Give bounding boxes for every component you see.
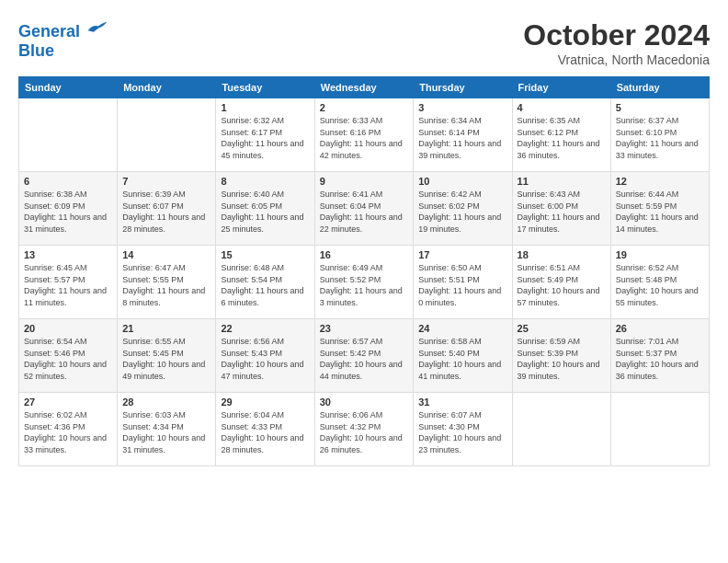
day-info: Sunrise: 6:47 AMSunset: 5:55 PMDaylight:…: [122, 262, 210, 308]
day-info: Sunrise: 6:32 AMSunset: 6:17 PMDaylight:…: [221, 115, 309, 161]
day-info: Sunrise: 6:52 AMSunset: 5:48 PMDaylight:…: [616, 262, 704, 308]
weekday-header-monday: Monday: [118, 77, 216, 98]
weekday-header-thursday: Thursday: [414, 77, 512, 98]
day-info: Sunrise: 6:06 AMSunset: 4:32 PMDaylight:…: [320, 409, 409, 455]
day-number: 2: [320, 102, 409, 113]
day-info: Sunrise: 6:41 AMSunset: 6:04 PMDaylight:…: [320, 189, 409, 235]
day-number: 14: [122, 249, 210, 260]
day-info: Sunrise: 6:54 AMSunset: 5:46 PMDaylight:…: [24, 336, 112, 382]
day-info: Sunrise: 6:48 AMSunset: 5:54 PMDaylight:…: [221, 262, 309, 308]
day-number: 10: [418, 176, 506, 187]
calendar-cell: 30Sunrise: 6:06 AMSunset: 4:32 PMDayligh…: [314, 393, 414, 466]
day-info: Sunrise: 6:58 AMSunset: 5:40 PMDaylight:…: [418, 336, 506, 382]
day-number: 18: [518, 249, 606, 260]
day-number: 25: [518, 323, 606, 334]
month-title: October 2024: [523, 18, 710, 52]
calendar-cell: 15Sunrise: 6:48 AMSunset: 5:54 PMDayligh…: [216, 246, 314, 319]
calendar-cell: 13Sunrise: 6:45 AMSunset: 5:57 PMDayligh…: [19, 246, 118, 319]
day-number: 22: [221, 323, 309, 334]
day-number: 20: [24, 323, 112, 334]
calendar-cell: 9Sunrise: 6:41 AMSunset: 6:04 PMDaylight…: [314, 172, 414, 246]
day-number: 30: [320, 396, 409, 408]
day-info: Sunrise: 7:01 AMSunset: 5:37 PMDaylight:…: [616, 336, 704, 382]
day-info: Sunrise: 6:42 AMSunset: 6:02 PMDaylight:…: [418, 189, 506, 235]
calendar-cell: 28Sunrise: 6:03 AMSunset: 4:34 PMDayligh…: [118, 393, 216, 466]
day-info: Sunrise: 6:45 AMSunset: 5:57 PMDaylight:…: [24, 262, 112, 308]
day-number: 28: [122, 396, 210, 408]
day-info: Sunrise: 6:43 AMSunset: 6:00 PMDaylight:…: [518, 189, 606, 235]
calendar-cell: 2Sunrise: 6:33 AMSunset: 6:16 PMDaylight…: [314, 98, 414, 172]
day-info: Sunrise: 6:37 AMSunset: 6:10 PMDaylight:…: [616, 115, 704, 161]
day-info: Sunrise: 6:57 AMSunset: 5:42 PMDaylight:…: [320, 336, 409, 382]
day-number: 12: [616, 176, 704, 187]
day-info: Sunrise: 6:39 AMSunset: 6:07 PMDaylight:…: [122, 189, 210, 235]
calendar-cell: 21Sunrise: 6:55 AMSunset: 5:45 PMDayligh…: [118, 319, 216, 393]
calendar-cell: 5Sunrise: 6:37 AMSunset: 6:10 PMDaylight…: [610, 98, 709, 172]
calendar-cell: 6Sunrise: 6:38 AMSunset: 6:09 PMDaylight…: [19, 172, 118, 246]
day-number: 31: [418, 396, 506, 408]
weekday-header-tuesday: Tuesday: [216, 77, 314, 98]
weekday-header-wednesday: Wednesday: [314, 77, 414, 98]
calendar-cell: [118, 98, 216, 172]
day-info: Sunrise: 6:59 AMSunset: 5:39 PMDaylight:…: [518, 336, 606, 382]
calendar-cell: 11Sunrise: 6:43 AMSunset: 6:00 PMDayligh…: [512, 172, 610, 246]
calendar-cell: 25Sunrise: 6:59 AMSunset: 5:39 PMDayligh…: [512, 319, 610, 393]
day-number: 9: [320, 176, 409, 187]
calendar-cell: 24Sunrise: 6:58 AMSunset: 5:40 PMDayligh…: [414, 319, 512, 393]
logo: General Blue: [18, 18, 108, 61]
day-number: 29: [221, 396, 309, 408]
day-number: 23: [320, 323, 409, 334]
calendar-cell: 16Sunrise: 6:49 AMSunset: 5:52 PMDayligh…: [314, 246, 414, 319]
day-number: 1: [221, 102, 309, 113]
day-info: Sunrise: 6:04 AMSunset: 4:33 PMDaylight:…: [221, 409, 309, 455]
calendar-cell: 1Sunrise: 6:32 AMSunset: 6:17 PMDaylight…: [216, 98, 314, 172]
calendar-cell: 7Sunrise: 6:39 AMSunset: 6:07 PMDaylight…: [118, 172, 216, 246]
calendar-cell: 31Sunrise: 6:07 AMSunset: 4:30 PMDayligh…: [414, 393, 512, 466]
calendar-cell: 22Sunrise: 6:56 AMSunset: 5:43 PMDayligh…: [216, 319, 314, 393]
calendar-cell: 3Sunrise: 6:34 AMSunset: 6:14 PMDaylight…: [414, 98, 512, 172]
calendar-cell: 29Sunrise: 6:04 AMSunset: 4:33 PMDayligh…: [216, 393, 314, 466]
day-number: 6: [24, 176, 112, 187]
calendar-cell: [610, 393, 709, 466]
calendar-table: SundayMondayTuesdayWednesdayThursdayFrid…: [18, 76, 710, 466]
day-info: Sunrise: 6:44 AMSunset: 5:59 PMDaylight:…: [616, 189, 704, 235]
day-number: 26: [616, 323, 704, 334]
day-number: 3: [418, 102, 506, 113]
location: Vratnica, North Macedonia: [523, 52, 710, 67]
day-info: Sunrise: 6:07 AMSunset: 4:30 PMDaylight:…: [418, 409, 506, 455]
logo-text: General: [18, 18, 108, 41]
day-number: 27: [24, 396, 112, 408]
day-info: Sunrise: 6:02 AMSunset: 4:36 PMDaylight:…: [24, 409, 112, 455]
day-info: Sunrise: 6:50 AMSunset: 5:51 PMDaylight:…: [418, 262, 506, 308]
calendar-cell: 4Sunrise: 6:35 AMSunset: 6:12 PMDaylight…: [512, 98, 610, 172]
day-info: Sunrise: 6:49 AMSunset: 5:52 PMDaylight:…: [320, 262, 409, 308]
weekday-header-sunday: Sunday: [19, 77, 118, 98]
day-number: 11: [518, 176, 606, 187]
weekday-header-friday: Friday: [512, 77, 610, 98]
day-info: Sunrise: 6:55 AMSunset: 5:45 PMDaylight:…: [122, 336, 210, 382]
calendar-cell: 14Sunrise: 6:47 AMSunset: 5:55 PMDayligh…: [118, 246, 216, 319]
day-number: 24: [418, 323, 506, 334]
day-number: 17: [418, 249, 506, 260]
day-info: Sunrise: 6:56 AMSunset: 5:43 PMDaylight:…: [221, 336, 309, 382]
calendar-cell: 27Sunrise: 6:02 AMSunset: 4:36 PMDayligh…: [19, 393, 118, 466]
day-info: Sunrise: 6:40 AMSunset: 6:05 PMDaylight:…: [221, 189, 309, 235]
calendar-cell: 8Sunrise: 6:40 AMSunset: 6:05 PMDaylight…: [216, 172, 314, 246]
day-number: 16: [320, 249, 409, 260]
day-number: 4: [518, 102, 606, 113]
day-number: 19: [616, 249, 704, 260]
calendar-cell: 19Sunrise: 6:52 AMSunset: 5:48 PMDayligh…: [610, 246, 709, 319]
day-number: 21: [122, 323, 210, 334]
logo-bird-icon: [86, 18, 108, 37]
logo-blue: Blue: [18, 41, 108, 61]
day-info: Sunrise: 6:03 AMSunset: 4:34 PMDaylight:…: [122, 409, 210, 455]
calendar-cell: 17Sunrise: 6:50 AMSunset: 5:51 PMDayligh…: [414, 246, 512, 319]
title-block: October 2024 Vratnica, North Macedonia: [523, 18, 710, 67]
day-number: 15: [221, 249, 309, 260]
calendar-cell: 23Sunrise: 6:57 AMSunset: 5:42 PMDayligh…: [314, 319, 414, 393]
day-info: Sunrise: 6:34 AMSunset: 6:14 PMDaylight:…: [418, 115, 506, 161]
day-number: 5: [616, 102, 704, 113]
day-number: 7: [122, 176, 210, 187]
day-info: Sunrise: 6:51 AMSunset: 5:49 PMDaylight:…: [518, 262, 606, 308]
page-header: General Blue October 2024 Vratnica, Nort…: [18, 18, 710, 67]
